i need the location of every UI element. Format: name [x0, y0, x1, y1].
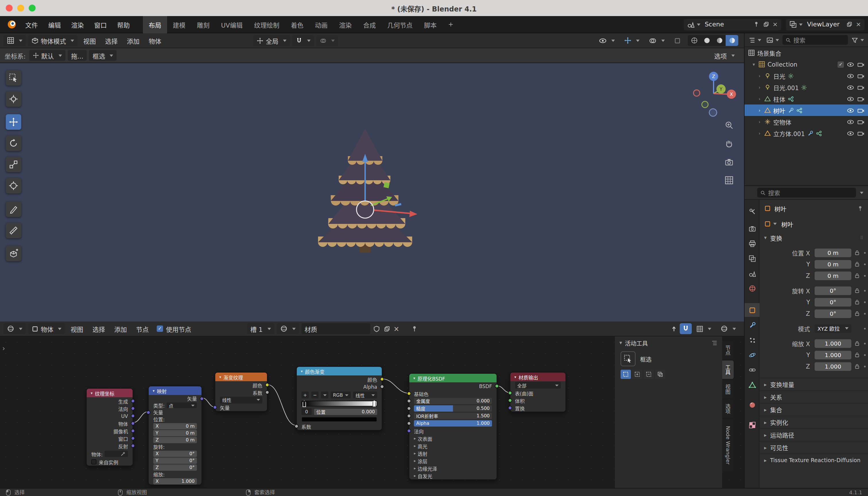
viewport-menu-object[interactable]: 物体: [144, 36, 166, 45]
ramp-options-dropdown[interactable]: [321, 391, 328, 399]
tool-cursor[interactable]: [6, 91, 21, 107]
tool-annotate[interactable]: [6, 202, 21, 217]
object-name-field[interactable]: 树叶: [781, 220, 793, 228]
viewlayer-name[interactable]: ViewLayer: [804, 21, 844, 28]
input-socket[interactable]: [294, 424, 298, 428]
shader-node-editor[interactable]: › ▾纹理坐标 生成 法向 UV 物体 摄像机 窗口 反射 物体: 来自实例 ▾…: [0, 337, 744, 488]
new-viewlayer-button[interactable]: [844, 21, 854, 28]
output-socket[interactable]: [131, 414, 135, 418]
tool-rotate[interactable]: [6, 136, 21, 151]
lock-icon[interactable]: [853, 299, 861, 305]
node-material-output[interactable]: ▾材质输出 全部 表(曲)面 体积 置换: [510, 372, 566, 412]
lock-icon[interactable]: [853, 261, 861, 267]
socket-row[interactable]: 法向: [409, 427, 497, 435]
viewport-menu-select[interactable]: 选择: [100, 36, 122, 45]
window-controls[interactable]: [6, 4, 35, 12]
socket-row[interactable]: 基础色: [409, 390, 497, 397]
output-socket[interactable]: [495, 384, 499, 388]
input-socket[interactable]: [407, 421, 411, 425]
socket-row[interactable]: 反射: [87, 442, 133, 450]
workspace-tab-texturepaint[interactable]: 纹理绘制: [248, 16, 285, 33]
render-camera-icon[interactable]: [857, 107, 865, 114]
tab-render-properties[interactable]: [745, 221, 760, 235]
snap-options-dropdown[interactable]: [693, 323, 715, 334]
panel-emission[interactable]: ▸自发光: [409, 472, 497, 479]
animate-dot[interactable]: [864, 290, 866, 291]
socket-row[interactable]: UV: [87, 412, 133, 420]
metallic-slider[interactable]: 金属度0.000: [414, 398, 492, 404]
shader-menu-add[interactable]: 添加: [110, 324, 131, 333]
hide-eye-icon[interactable]: [847, 107, 854, 114]
proportional-edit-toggle[interactable]: [316, 35, 338, 46]
workspace-tab-modeling[interactable]: 建模: [167, 16, 191, 33]
ramp-stop-0[interactable]: [303, 400, 306, 407]
tool-add-cube[interactable]: [6, 246, 21, 261]
tab-particle-properties[interactable]: [745, 333, 760, 347]
disclosure-arrow[interactable]: ▾: [751, 62, 756, 67]
output-socket[interactable]: [131, 444, 135, 448]
lock-icon[interactable]: [853, 340, 861, 346]
tool-transform[interactable]: [6, 178, 21, 193]
stop-position-field[interactable]: 位置0.000: [314, 408, 377, 415]
hide-eye-icon[interactable]: [847, 95, 854, 103]
animate-dot[interactable]: [864, 301, 866, 303]
gradient-type-dropdown[interactable]: 线性: [220, 397, 262, 403]
shader-type-selector[interactable]: 物体: [28, 323, 65, 334]
snap-toggle[interactable]: [680, 323, 692, 334]
hide-eye-icon[interactable]: [847, 61, 854, 68]
active-tool-icon[interactable]: [621, 351, 636, 366]
hide-eye-icon[interactable]: [847, 83, 854, 91]
menu-edit[interactable]: 编辑: [43, 16, 66, 33]
scale-y-field[interactable]: 1.000: [815, 351, 851, 359]
camera-view-button[interactable]: [725, 157, 734, 167]
tab-object-properties[interactable]: [745, 303, 760, 317]
perspective-toggle-button[interactable]: [725, 176, 734, 185]
tab-tool[interactable]: 工具: [722, 360, 734, 379]
stop-color-swatch[interactable]: [301, 417, 377, 422]
rotation-z-field[interactable]: 0°: [815, 309, 851, 318]
collapse-icon[interactable]: ▾: [219, 375, 221, 379]
workspace-tab-compositing[interactable]: 合成: [357, 16, 382, 33]
animate-dot[interactable]: [864, 252, 866, 253]
output-socket[interactable]: [131, 429, 135, 433]
collapse-icon[interactable]: ▾: [514, 375, 516, 379]
output-socket[interactable]: [265, 383, 269, 387]
xray-toggle[interactable]: [670, 35, 684, 46]
tab-scene-properties[interactable]: [745, 266, 760, 280]
viewport-menu-view[interactable]: 视图: [79, 36, 100, 45]
select-mode-selector[interactable]: 框选: [89, 50, 117, 61]
tab-world-properties[interactable]: [745, 281, 760, 295]
color-ramp-gradient[interactable]: [301, 401, 377, 406]
scene-browse-button[interactable]: [685, 21, 702, 28]
color-mode-dropdown[interactable]: RGB: [331, 391, 351, 399]
output-socket[interactable]: [131, 399, 135, 403]
workspace-tab-geometrynodes[interactable]: 几何节点: [382, 16, 418, 33]
rotation-y-field[interactable]: 0°: [815, 298, 851, 306]
roughness-slider[interactable]: 糙度0.500: [414, 405, 492, 412]
shading-solid-button[interactable]: [700, 35, 713, 46]
socket-row[interactable]: 颜色: [215, 381, 267, 389]
lock-icon[interactable]: [853, 311, 861, 316]
tool-measure[interactable]: [6, 223, 21, 238]
node-mapping[interactable]: ▾映射 矢量 类型:点 矢量 位置: X0 m Y0 m Z0 m 旋转: X0…: [148, 386, 202, 485]
pin-scene-icon[interactable]: [751, 21, 761, 28]
editor-type-selector[interactable]: [3, 323, 26, 334]
blender-logo-icon[interactable]: [3, 19, 20, 29]
output-socket[interactable]: [131, 406, 135, 410]
new-material-button[interactable]: [382, 325, 392, 332]
section-instancing[interactable]: ▸实例化: [760, 416, 868, 428]
add-workspace-button[interactable]: +: [442, 16, 459, 33]
workspace-tab-uv[interactable]: UV编辑: [215, 16, 248, 33]
disclosure-arrow[interactable]: ›: [757, 96, 762, 101]
shading-wireframe-button[interactable]: [688, 35, 700, 46]
menu-file[interactable]: 文件: [20, 16, 43, 33]
coord-system-selector[interactable]: 默认: [29, 50, 65, 61]
workspace-tab-rendering[interactable]: 渲染: [333, 16, 357, 33]
material-slot-selector[interactable]: 槽 1: [247, 323, 274, 334]
shader-menu-view[interactable]: 视图: [66, 324, 88, 333]
output-socket[interactable]: [265, 390, 269, 394]
tab-constraint-properties[interactable]: [745, 363, 760, 376]
socket-row[interactable]: 矢量: [149, 409, 202, 416]
lock-icon[interactable]: [853, 352, 861, 358]
location-y-field[interactable]: 0 m: [815, 260, 851, 268]
